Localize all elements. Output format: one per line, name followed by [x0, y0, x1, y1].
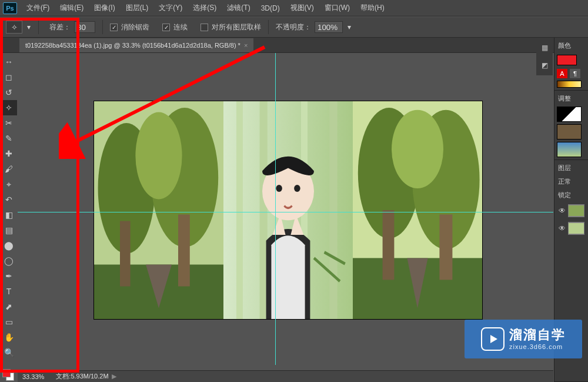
rect-marquee-tool[interactable]: ◻ — [1, 69, 17, 85]
history-brush-tool[interactable]: ↶ — [1, 192, 17, 207]
character-panel-icon[interactable]: A — [557, 69, 567, 78]
path-select-tool[interactable]: ⬈ — [1, 299, 17, 314]
contiguous-checkbox[interactable]: ✓ — [162, 24, 170, 31]
adjustments-panel[interactable]: 调整 — [554, 91, 588, 160]
layer-thumbnail[interactable] — [568, 222, 584, 235]
blur-tool[interactable]: ⬤ — [1, 238, 17, 253]
foreground-color-swatch[interactable] — [557, 55, 577, 65]
current-tool-icon[interactable]: ✧ — [6, 21, 22, 34]
svg-point-21 — [392, 110, 443, 188]
toolbox: ↔◻↺✧✂✎✚🖌⌖↶◧▤⬤◯✒T⬈▭✋🔍 — [0, 53, 18, 371]
healing-brush-tool[interactable]: ✚ — [1, 146, 17, 161]
lock-label: 锁定 — [557, 190, 586, 201]
rectangle-tool[interactable]: ▭ — [1, 314, 17, 330]
dodge-tool[interactable]: ◯ — [1, 253, 17, 268]
hand-tool[interactable]: ✋ — [1, 330, 17, 345]
options-bar: ✧ ▾ 容差： ✓ 消除锯齿 ✓ 连续 对所有图层取样 不透明度： ▾ — [0, 16, 588, 38]
document-tab[interactable]: t0192258ba4533134ea (1).jpg @ 33.3% (t01… — [19, 38, 253, 52]
status-bar: 33.33% 文档:5.93M/10.2M ▶ — [18, 370, 553, 382]
close-icon[interactable]: × — [244, 42, 248, 49]
menu-filter[interactable]: 滤镜(T) — [222, 1, 255, 15]
sample-all-checkbox[interactable] — [201, 24, 208, 31]
watermark-title: 溜溜自学 — [509, 327, 566, 343]
tab-title: t0192258ba4533134ea (1).jpg @ 33.3% (t01… — [25, 42, 240, 49]
gradient-preview[interactable] — [557, 81, 582, 88]
separator — [268, 20, 269, 34]
watermark-play-icon — [481, 327, 505, 351]
svg-rect-5 — [178, 214, 190, 286]
watermark-subtitle: zixue.3d66.com — [509, 343, 566, 351]
adjustment-landscape-icon[interactable] — [557, 142, 582, 157]
type-tool[interactable]: T — [1, 284, 17, 299]
svg-rect-22 — [569, 205, 584, 216]
layer-row[interactable]: 👁 — [557, 203, 586, 218]
menu-view[interactable]: 视图(V) — [286, 1, 319, 15]
adjustment-sepia-icon[interactable] — [557, 124, 582, 139]
clone-stamp-tool[interactable]: ⌖ — [1, 177, 17, 192]
svg-point-6 — [135, 112, 182, 200]
gradient-tool[interactable]: ▤ — [1, 222, 17, 238]
zoom-level[interactable]: 33.33% — [22, 373, 44, 380]
separator — [102, 20, 103, 34]
contiguous-label: 连续 — [173, 22, 188, 32]
eraser-tool[interactable]: ◧ — [1, 207, 17, 222]
image-region-center — [223, 101, 353, 319]
svg-rect-8 — [236, 101, 243, 319]
color-panel[interactable]: 颜色 A ¶ — [554, 38, 588, 91]
layer-thumbnail[interactable] — [568, 204, 584, 217]
tab-bar: t0192258ba4533134ea (1).jpg @ 33.3% (t01… — [0, 38, 588, 53]
sample-all-label: 对所有图层取样 — [212, 22, 261, 32]
blend-mode-select[interactable]: 正常 — [557, 176, 586, 187]
app-logo-icon: Ps — [3, 2, 17, 14]
layers-panel-label: 图层 — [557, 162, 586, 174]
separator — [38, 20, 39, 34]
menu-layer[interactable]: 图层(L) — [121, 1, 153, 15]
svg-rect-4 — [120, 221, 131, 287]
eye-icon[interactable]: 👁 — [558, 224, 566, 232]
image-region-right — [353, 101, 482, 319]
opacity-dropdown-icon[interactable]: ▾ — [346, 25, 352, 30]
paragraph-panel-icon[interactable]: ¶ — [570, 69, 580, 78]
layer-row[interactable]: 👁 — [557, 221, 586, 236]
eyedropper-tool[interactable]: ✎ — [1, 131, 17, 146]
menu-image[interactable]: 图像(I) — [89, 1, 119, 15]
guide-horizontal[interactable] — [18, 212, 553, 212]
svg-rect-23 — [569, 223, 584, 234]
opacity-input[interactable] — [315, 21, 343, 33]
menu-file[interactable]: 文件(F) — [22, 1, 54, 15]
guide-vertical[interactable] — [275, 53, 276, 365]
brush-tool[interactable]: 🖌 — [1, 161, 17, 177]
foreground-color-box[interactable] — [2, 369, 11, 377]
crop-tool[interactable]: ✂ — [1, 115, 17, 131]
menu-edit[interactable]: 编辑(E) — [55, 1, 88, 15]
fg-bg-color-swatch[interactable] — [2, 366, 14, 381]
eye-icon[interactable]: 👁 — [558, 207, 566, 215]
adjustments-panel-label: 调整 — [557, 93, 586, 104]
menu-help[interactable]: 帮助(H) — [356, 1, 389, 15]
menu-3d[interactable]: 3D(D) — [256, 2, 285, 15]
history-panel-icon[interactable]: ▦ — [539, 42, 550, 53]
tool-preset-dropdown-icon[interactable]: ▾ — [26, 25, 31, 30]
move-tool[interactable]: ↔ — [1, 54, 17, 69]
image-region-left — [94, 101, 223, 319]
tolerance-input[interactable] — [74, 21, 95, 33]
antialias-checkbox[interactable]: ✓ — [110, 24, 118, 31]
pen-tool[interactable]: ✒ — [1, 268, 17, 284]
svg-rect-11 — [329, 101, 337, 319]
zoom-tool[interactable]: 🔍 — [1, 345, 17, 360]
menu-type[interactable]: 文字(Y) — [154, 1, 187, 15]
canvas-area[interactable] — [18, 53, 553, 365]
svg-rect-20 — [439, 214, 452, 280]
adjustment-bw-icon[interactable] — [557, 107, 582, 122]
watermark: 溜溜自学 zixue.3d66.com — [465, 320, 582, 358]
canvas-image[interactable] — [94, 101, 482, 319]
magic-wand-tool[interactable]: ✧ — [1, 100, 17, 115]
menu-window[interactable]: 窗口(W) — [320, 1, 355, 15]
lasso-tool[interactable]: ↺ — [1, 85, 17, 100]
properties-panel-icon[interactable]: ◩ — [539, 60, 550, 71]
svg-point-14 — [294, 185, 300, 192]
menu-select[interactable]: 选择(S) — [188, 1, 221, 15]
tolerance-label: 容差： — [49, 22, 71, 32]
opacity-label: 不透明度： — [276, 22, 311, 32]
chevron-right-icon[interactable]: ▶ — [112, 373, 116, 380]
